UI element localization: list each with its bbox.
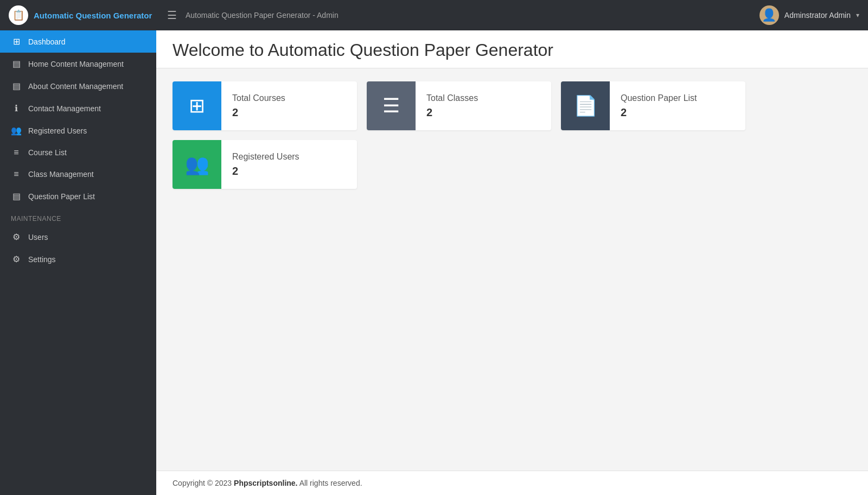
question-paper-label: Question Paper List: [621, 93, 697, 103]
sidebar-item-question-paper[interactable]: ▤ Question Paper List: [0, 185, 156, 207]
course-list-icon: ≡: [11, 148, 22, 157]
sidebar-label-about-content: About Content Management: [28, 82, 123, 91]
settings-icon: ⚙: [11, 254, 22, 264]
brand: 📋 Automatic Question Generator: [9, 5, 165, 25]
card-registered-users[interactable]: 👥 Registered Users 2: [173, 140, 357, 189]
sidebar-item-about-content[interactable]: ▤ About Content Management: [0, 75, 156, 97]
brand-icon: 📋: [9, 5, 28, 25]
home-content-icon: ▤: [11, 59, 22, 69]
footer: Copyright © 2023 Phpscriptsonline. All r…: [156, 471, 868, 495]
user-dropdown-arrow[interactable]: ▾: [856, 11, 859, 19]
sidebar-item-home-content[interactable]: ▤ Home Content Management: [0, 53, 156, 75]
question-paper-icon: ▤: [11, 191, 22, 201]
about-content-icon: ▤: [11, 81, 22, 91]
registered-users-content: Registered Users 2: [221, 143, 310, 186]
main-header: Welcome to Automatic Question Paper Gene…: [156, 30, 868, 68]
sidebar-label-course-list: Course List: [28, 148, 67, 157]
class-management-icon: ≡: [11, 169, 22, 179]
total-courses-label: Total Courses: [232, 93, 285, 103]
username: Adminstrator Admin: [784, 11, 851, 20]
layout: ⊞ Dashboard ▤ Home Content Management ▤ …: [0, 30, 868, 495]
footer-text-prefix: Copyright © 2023: [173, 479, 234, 487]
user-menu[interactable]: 👤 Adminstrator Admin ▾: [760, 5, 859, 25]
page-title: Welcome to Automatic Question Paper Gene…: [173, 40, 852, 60]
main-content: Welcome to Automatic Question Paper Gene…: [156, 30, 868, 495]
card-question-paper[interactable]: 📄 Question Paper List 2: [561, 81, 745, 130]
group-icon: 👥: [185, 153, 209, 176]
sidebar-label-contact: Contact Management: [28, 104, 101, 113]
registered-users-value: 2: [232, 165, 299, 177]
navbar: 📋 Automatic Question Generator ☰ Automat…: [0, 0, 868, 30]
sidebar-item-dashboard[interactable]: ⊞ Dashboard: [0, 30, 156, 53]
sidebar-item-settings[interactable]: ⚙ Settings: [0, 248, 156, 270]
sidebar-label-settings: Settings: [28, 255, 56, 264]
sidebar-label-question-paper: Question Paper List: [28, 192, 95, 201]
document-icon: 📄: [573, 94, 598, 117]
hamburger-button[interactable]: ☰: [167, 9, 177, 22]
card-total-classes[interactable]: ☰ Total Classes 2: [367, 81, 551, 130]
registered-users-icon-box: 👥: [173, 140, 221, 189]
card-total-courses[interactable]: ⊞ Total Courses 2: [173, 81, 357, 130]
maintenance-label: Maintenance: [0, 207, 156, 226]
list-icon: ☰: [382, 94, 400, 117]
total-classes-label: Total Classes: [426, 93, 478, 103]
table-grid-icon: ⊞: [189, 94, 205, 117]
total-courses-value: 2: [232, 106, 285, 119]
sidebar-label-users: Users: [28, 233, 48, 242]
sidebar-label-registered-users: Registered Users: [28, 126, 87, 135]
brand-title: Automatic Question Generator: [34, 11, 152, 20]
total-courses-content: Total Courses 2: [221, 85, 296, 128]
sidebar-label-class-management: Class Management: [28, 170, 94, 179]
registered-users-icon: 👥: [11, 125, 22, 136]
dashboard-icon: ⊞: [11, 36, 22, 47]
avatar-image: 👤: [762, 8, 776, 22]
sidebar: ⊞ Dashboard ▤ Home Content Management ▤ …: [0, 30, 156, 495]
footer-text-suffix: All rights reserved.: [298, 479, 362, 487]
question-paper-value: 2: [621, 106, 697, 119]
sidebar-item-contact[interactable]: ℹ Contact Management: [0, 97, 156, 119]
question-paper-icon-box: 📄: [561, 81, 610, 130]
total-classes-icon-box: ☰: [367, 81, 416, 130]
total-classes-value: 2: [426, 106, 478, 119]
sidebar-label-dashboard: Dashboard: [28, 37, 66, 46]
question-paper-content: Question Paper List 2: [610, 85, 708, 128]
avatar: 👤: [760, 5, 779, 25]
main-body: ⊞ Total Courses 2 ☰ Total Classes 2: [156, 68, 868, 471]
sidebar-item-registered-users[interactable]: 👥 Registered Users: [0, 119, 156, 142]
sidebar-item-class-management[interactable]: ≡ Class Management: [0, 163, 156, 185]
footer-brand: Phpscriptsonline.: [234, 479, 297, 487]
contact-icon: ℹ: [11, 103, 22, 113]
registered-users-label: Registered Users: [232, 152, 299, 162]
total-courses-icon-box: ⊞: [173, 81, 221, 130]
sidebar-label-home-content: Home Content Management: [28, 60, 124, 68]
total-classes-content: Total Classes 2: [416, 85, 489, 128]
sidebar-item-users[interactable]: ⚙ Users: [0, 226, 156, 248]
stat-cards-row: ⊞ Total Courses 2 ☰ Total Classes 2: [173, 81, 852, 189]
users-icon: ⚙: [11, 232, 22, 242]
sidebar-item-course-list[interactable]: ≡ Course List: [0, 142, 156, 163]
nav-title: Automatic Question Paper Generator - Adm…: [177, 11, 760, 20]
